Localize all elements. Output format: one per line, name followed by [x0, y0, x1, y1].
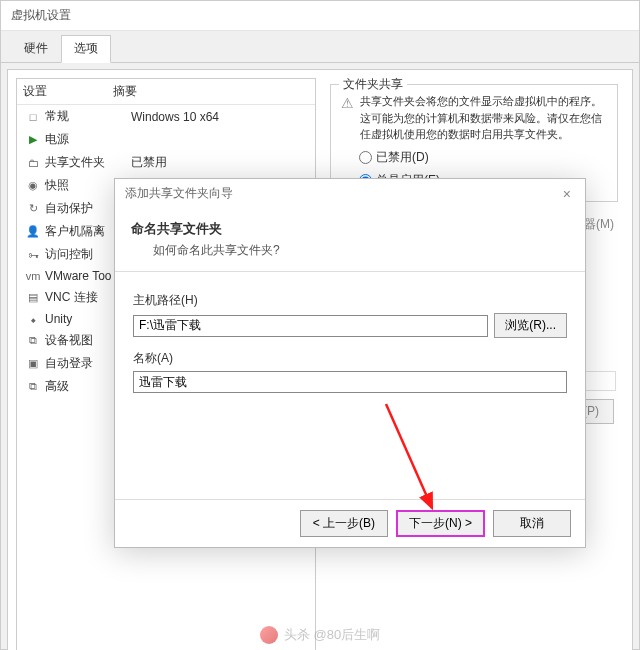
list-item[interactable]: ▶电源 [17, 128, 315, 151]
name-label: 名称(A) [133, 350, 567, 367]
list-header: 设置 摘要 [17, 79, 315, 105]
item-icon: □ [25, 110, 41, 124]
item-icon: ⧉ [25, 380, 41, 394]
back-button[interactable]: < 上一步(B) [300, 510, 388, 537]
wizard-title-bar: 添加共享文件夹向导 × [115, 179, 585, 208]
wizard-header: 命名共享文件夹 如何命名此共享文件夹? [115, 208, 585, 272]
wizard-footer: < 上一步(B) 下一步(N) > 取消 [115, 499, 585, 547]
tab-strip: 硬件 选项 [1, 31, 639, 63]
radio-disabled[interactable]: 已禁用(D) [359, 149, 607, 166]
item-icon: ▣ [25, 357, 41, 371]
item-icon: ⧉ [25, 334, 41, 348]
wizard-heading: 命名共享文件夹 [131, 220, 569, 238]
item-icon: 🗝 [25, 248, 41, 262]
wizard-subheading: 如何命名此共享文件夹? [153, 242, 569, 259]
watermark-text: 头杀 @80后生啊 [284, 626, 380, 644]
watermark-icon [260, 626, 278, 644]
wizard-body: 主机路径(H) 浏览(R)... 名称(A) [115, 272, 585, 419]
item-label: 共享文件夹 [45, 154, 131, 171]
item-icon: ▶ [25, 133, 41, 147]
next-button[interactable]: 下一步(N) > [396, 510, 485, 537]
host-path-label: 主机路径(H) [133, 292, 567, 309]
browse-button[interactable]: 浏览(R)... [494, 313, 567, 338]
item-icon: ▤ [25, 291, 41, 305]
item-label: 常规 [45, 108, 131, 125]
item-icon: ◉ [25, 179, 41, 193]
tab-hardware[interactable]: 硬件 [11, 35, 61, 62]
add-shared-folder-wizard: 添加共享文件夹向导 × 命名共享文件夹 如何命名此共享文件夹? 主机路径(H) … [114, 178, 586, 548]
list-item[interactable]: 🗀共享文件夹已禁用 [17, 151, 315, 174]
cancel-button[interactable]: 取消 [493, 510, 571, 537]
radio-disabled-input[interactable] [359, 151, 372, 164]
item-icon: ↻ [25, 202, 41, 216]
name-row [133, 371, 567, 393]
warning-row: ⚠ 共享文件夹会将您的文件显示给虚拟机中的程序。这可能为您的计算机和数据带来风险… [341, 93, 607, 143]
col-header-summary: 摘要 [113, 83, 309, 100]
warning-icon: ⚠ [341, 93, 354, 143]
group-title: 文件夹共享 [339, 76, 407, 93]
col-header-device: 设置 [23, 83, 113, 100]
item-icon: ⬥ [25, 312, 41, 326]
name-input[interactable] [133, 371, 567, 393]
close-icon[interactable]: × [559, 186, 575, 202]
host-path-input[interactable] [133, 315, 488, 337]
window-title: 虚拟机设置 [1, 1, 639, 31]
item-icon: vm [25, 269, 41, 283]
item-icon: 🗀 [25, 156, 41, 170]
item-label: 电源 [45, 131, 131, 148]
list-item[interactable]: □常规Windows 10 x64 [17, 105, 315, 128]
tab-options[interactable]: 选项 [61, 35, 111, 63]
item-summary: 已禁用 [131, 154, 309, 171]
warning-text: 共享文件夹会将您的文件显示给虚拟机中的程序。这可能为您的计算机和数据带来风险。请… [360, 93, 607, 143]
radio-disabled-label: 已禁用(D) [376, 149, 429, 166]
wizard-title-text: 添加共享文件夹向导 [125, 185, 233, 202]
host-path-row: 浏览(R)... [133, 313, 567, 338]
item-icon: 👤 [25, 225, 41, 239]
item-summary: Windows 10 x64 [131, 110, 309, 124]
watermark: 头杀 @80后生啊 [0, 626, 640, 644]
